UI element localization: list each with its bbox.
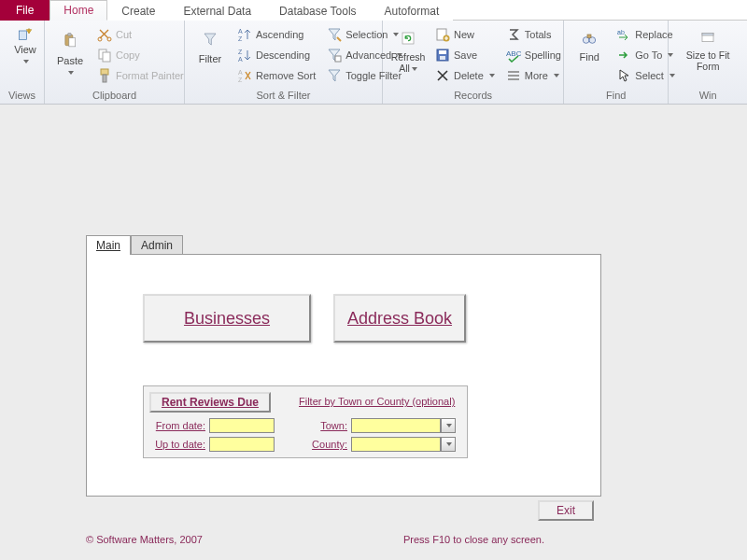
filter-by-town-link[interactable]: Filter by Town or County (optional) <box>299 396 455 407</box>
ascending-button[interactable]: AZ Ascending <box>233 25 319 44</box>
paintbrush-icon <box>97 68 112 83</box>
spelling-button[interactable]: ABC Spelling <box>502 46 565 64</box>
rent-reviews-button[interactable]: Rent Reviews Due <box>149 392 271 413</box>
remove-sort-button[interactable]: AZ Remove Sort <box>233 66 319 85</box>
binoculars-icon <box>578 27 600 49</box>
ribbon-group-views: View Views <box>0 21 45 104</box>
remove-sort-icon: AZ <box>237 68 252 83</box>
svg-rect-0 <box>19 31 26 39</box>
county-combo[interactable] <box>351 437 456 452</box>
select-icon <box>616 68 631 83</box>
chevron-down-icon <box>23 60 29 63</box>
svg-rect-16 <box>335 56 341 62</box>
sort-desc-icon: ZA <box>237 48 252 63</box>
address-book-button-label: Address Book <box>347 309 452 328</box>
exit-button[interactable]: Exit <box>538 500 594 521</box>
svg-rect-9 <box>103 75 106 82</box>
businesses-button[interactable]: Businesses <box>143 294 311 343</box>
up-to-date-label: Up to date: <box>153 439 205 450</box>
find-group-label: Find <box>570 88 662 104</box>
find-button[interactable]: Find <box>570 23 609 63</box>
refresh-icon <box>398 27 418 49</box>
town-input[interactable] <box>351 418 441 433</box>
svg-rect-24 <box>508 71 519 73</box>
menu-tab-autoformat[interactable]: Autoformat <box>371 1 454 21</box>
new-button[interactable]: New <box>431 25 499 44</box>
format-painter-label: Format Painter <box>116 70 184 81</box>
format-painter-button[interactable]: Format Painter <box>93 66 188 85</box>
rent-reviews-button-label: Rent Reviews Due <box>162 396 259 409</box>
ribbon: View Views Paste Cut Copy <box>0 21 747 105</box>
view-label: View <box>14 44 36 55</box>
chevron-down-icon <box>489 74 495 77</box>
save-button[interactable]: Save <box>431 46 499 64</box>
svg-rect-3 <box>69 38 76 47</box>
menu-tab-external-data[interactable]: External Data <box>169 1 265 21</box>
footer-hint: Press F10 to close any screen. <box>403 534 544 545</box>
up-to-date-input[interactable] <box>209 437 275 452</box>
address-book-button[interactable]: Address Book <box>333 294 466 343</box>
filter-button[interactable]: Filter <box>190 23 230 64</box>
new-record-icon <box>435 27 450 42</box>
size-to-fit-button[interactable]: Size to Fit Form <box>674 23 741 72</box>
descending-button[interactable]: ZA Descending <box>233 46 319 64</box>
refresh-all-button[interactable]: Refresh All <box>388 23 428 74</box>
paste-icon <box>59 27 81 53</box>
view-icon <box>18 27 33 42</box>
menu-tab-home[interactable]: Home <box>49 0 107 21</box>
more-button[interactable]: More <box>502 66 565 85</box>
ribbon-group-clipboard: Paste Cut Copy Format Painter Clipboard <box>45 21 185 104</box>
county-dropdown-button[interactable] <box>441 437 456 452</box>
clipboard-group-label: Clipboard <box>50 88 178 104</box>
chevron-down-icon <box>554 74 559 77</box>
svg-rect-21 <box>439 50 446 54</box>
paste-label: Paste <box>57 55 83 66</box>
spelling-label: Spelling <box>525 49 561 61</box>
goto-icon <box>616 48 631 63</box>
find-label: Find <box>580 51 599 63</box>
cut-label: Cut <box>116 29 132 40</box>
ribbon-group-find: Find ab Replace Go To Select Find <box>564 21 669 104</box>
county-input[interactable] <box>351 437 441 452</box>
chevron-down-icon <box>412 67 417 71</box>
form-panel-main: Businesses Address Book Rent Reviews Due… <box>86 254 601 497</box>
views-group-label: Views <box>6 88 38 104</box>
rent-reviews-box: Rent Reviews Due Filter by Town or Count… <box>143 385 468 458</box>
form-tabstrip: Main Admin <box>86 235 183 255</box>
menu-tab-database-tools[interactable]: Database Tools <box>265 1 371 21</box>
cut-button[interactable]: Cut <box>93 25 188 44</box>
svg-text:A: A <box>238 56 243 63</box>
exit-button-label: Exit <box>557 504 575 517</box>
svg-point-27 <box>584 37 590 44</box>
totals-label: Totals <box>525 29 552 40</box>
svg-rect-25 <box>508 75 519 77</box>
svg-point-28 <box>589 37 596 44</box>
svg-text:ab: ab <box>617 29 625 35</box>
town-combo[interactable] <box>351 418 456 433</box>
delete-button[interactable]: Delete <box>431 66 499 85</box>
svg-text:Z: Z <box>238 49 243 55</box>
form-tab-admin[interactable]: Admin <box>131 235 183 255</box>
from-date-input[interactable] <box>209 418 275 433</box>
toggle-filter-icon <box>327 68 342 83</box>
svg-rect-7 <box>103 52 110 62</box>
form-tab-admin-label: Admin <box>141 239 173 252</box>
remove-sort-label: Remove Sort <box>256 70 316 81</box>
spellcheck-icon: ABC <box>506 48 521 63</box>
copy-button[interactable]: Copy <box>93 46 188 64</box>
window-group-label: Win <box>674 88 741 104</box>
chevron-down-icon <box>446 424 452 427</box>
view-button[interactable]: View <box>6 23 45 66</box>
delete-label: Delete <box>454 70 484 81</box>
menu-tabs: File Home Create External Data Database … <box>0 0 747 21</box>
form-tab-main[interactable]: Main <box>86 235 131 255</box>
chevron-down-icon <box>68 71 74 75</box>
totals-button[interactable]: Totals <box>502 25 565 44</box>
menu-tab-file[interactable]: File <box>0 0 49 21</box>
menu-tab-create[interactable]: Create <box>107 1 169 21</box>
county-label: County: <box>310 439 347 450</box>
paste-button[interactable]: Paste <box>50 23 90 77</box>
town-dropdown-button[interactable] <box>441 418 456 433</box>
town-label: Town: <box>310 420 347 431</box>
svg-text:ABC: ABC <box>506 49 521 58</box>
